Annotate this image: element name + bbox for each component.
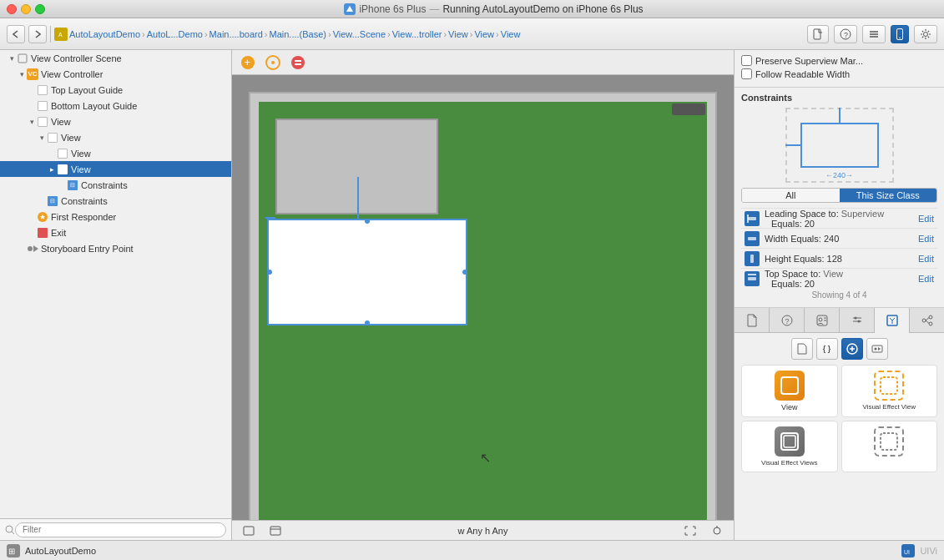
expand-arrow-vc[interactable]: [17, 70, 27, 78]
scene-icon: [17, 53, 28, 64]
vc-icon: VC: [27, 68, 38, 80]
canvas-zoom-fit[interactable]: [680, 524, 700, 537]
breadcrumb-4[interactable]: View...Scene: [333, 29, 386, 39]
filter-search-icon: [5, 525, 15, 535]
tree-item-view1[interactable]: View: [0, 114, 231, 129]
tree-item-constraints2[interactable]: ⊟ Constraints: [0, 193, 231, 209]
tree-item-top-layout[interactable]: Top Layout Guide: [0, 82, 231, 98]
all-toggle-button[interactable]: All: [742, 189, 840, 202]
inspector-tabs: ?: [735, 308, 944, 333]
leading-space-edit[interactable]: Edit: [918, 214, 934, 224]
expand-arrow-view1[interactable]: [27, 118, 37, 126]
tab-size[interactable]: [875, 308, 910, 333]
tree-item-view4[interactable]: View: [0, 161, 231, 177]
layout-button[interactable]: [264, 53, 282, 72]
expand-arrow-view2[interactable]: [37, 134, 47, 142]
expand-arrow-view4[interactable]: [47, 165, 57, 174]
close-button[interactable]: [7, 4, 17, 14]
settings-button[interactable]: [914, 25, 937, 43]
add-constraint-button[interactable]: +: [239, 53, 257, 72]
tab-connections[interactable]: [910, 308, 944, 333]
forward-button[interactable]: [28, 25, 47, 43]
obj-item-visual-effect[interactable]: Visual Effect View: [841, 365, 938, 417]
canvas-content[interactable]: ↖: [232, 75, 734, 520]
tree-label-vc: View Controller: [41, 69, 103, 79]
tree-item-constraints1[interactable]: ⊟ Constraints: [0, 177, 231, 193]
constraint-count: Showing 4 of 4: [741, 288, 937, 302]
obj-item-visual-effect-views[interactable]: Visual Effect Views: [741, 421, 838, 472]
svg-text:A: A: [58, 32, 63, 38]
divider: [50, 26, 51, 43]
breadcrumb-3[interactable]: Main....(Base): [269, 29, 326, 39]
constraint-handle-right: [462, 270, 467, 275]
tree-item-exit[interactable]: Exit: [0, 225, 231, 240]
tree-item-first-responder[interactable]: First Responder: [0, 209, 231, 225]
tree-item-bottom-layout[interactable]: Bottom Layout Guide: [0, 98, 231, 114]
maximize-button[interactable]: [35, 4, 45, 14]
expand-arrow-vc-scene[interactable]: [7, 54, 17, 63]
tab-file[interactable]: [735, 308, 770, 333]
new-file-button[interactable]: [807, 25, 829, 43]
view-icon-top: [37, 84, 48, 96]
alignment-button[interactable]: [289, 53, 307, 72]
obj-item-view[interactable]: View: [741, 365, 838, 417]
iphone-screen[interactable]: ↖: [259, 102, 707, 520]
minimize-button[interactable]: [21, 4, 31, 14]
ios-device-button[interactable]: [891, 25, 909, 43]
breadcrumb-7[interactable]: View: [474, 29, 494, 39]
canvas-page-button[interactable]: [265, 524, 285, 537]
svg-point-32: [819, 318, 822, 321]
breadcrumb-0[interactable]: AutoLayoutDemo: [69, 29, 140, 39]
tree-item-view2[interactable]: View: [0, 129, 231, 145]
canvas-pin-button[interactable]: [707, 524, 727, 537]
obj-icon-view: [775, 371, 805, 401]
inspect-button[interactable]: [862, 25, 886, 43]
top-space-text: Top Space to: View Equals: 20: [765, 269, 918, 289]
tree-item-vc[interactable]: VC View Controller: [0, 66, 231, 82]
svg-rect-2: [814, 29, 820, 39]
top-space-edit[interactable]: Edit: [918, 274, 934, 284]
svg-point-42: [929, 315, 932, 319]
obj-tab-code[interactable]: { }: [816, 338, 838, 360]
back-button[interactable]: [7, 25, 25, 43]
cursor-indicator: ↖: [480, 450, 491, 466]
canvas-frame-button[interactable]: [239, 524, 259, 537]
tab-identity[interactable]: [805, 308, 840, 333]
tree-item-view3[interactable]: View: [0, 145, 231, 161]
breadcrumb-6[interactable]: View: [448, 29, 468, 39]
breadcrumb-5[interactable]: View...troller: [392, 29, 442, 39]
app-icon: ⊞: [7, 544, 20, 557]
svg-text:?: ?: [785, 317, 789, 325]
obj-icon-visual-effect-views: [775, 426, 805, 457]
tab-attributes[interactable]: [840, 308, 875, 333]
breadcrumb-1[interactable]: AutoL...Demo: [147, 29, 203, 39]
titlebar: iPhone 6s Plus — Running AutoLayoutDemo …: [0, 0, 944, 18]
tree-label-constraints1: Constraints: [81, 180, 128, 190]
help-button[interactable]: ?: [834, 25, 857, 43]
obj-tab-media[interactable]: [866, 338, 888, 360]
preserve-superview-checkbox[interactable]: [741, 55, 752, 66]
this-size-toggle-button[interactable]: This Size Class: [840, 189, 937, 202]
breadcrumb-8[interactable]: View: [501, 29, 521, 39]
obj-item-gray[interactable]: [841, 421, 938, 472]
tree-item-entry-point[interactable]: Storyboard Entry Point: [0, 240, 231, 256]
height-edit[interactable]: Edit: [918, 254, 934, 264]
svg-rect-26: [750, 255, 754, 263]
device-label: iPhone 6s Plus: [359, 3, 426, 15]
canvas-bottom-bar: w Any h Any: [232, 520, 734, 540]
obj-tab-file[interactable]: [791, 338, 813, 360]
svg-text:⊞: ⊞: [8, 547, 15, 556]
svg-rect-8: [18, 54, 27, 63]
toolbar: A AutoLayoutDemo › AutoL...Demo › Main..…: [0, 18, 944, 50]
follow-readable-checkbox[interactable]: [741, 68, 752, 79]
tree-item-vc-scene[interactable]: View Controller Scene: [0, 50, 231, 66]
width-edit[interactable]: Edit: [918, 234, 934, 244]
white-view[interactable]: [267, 219, 467, 325]
obj-tab-objects[interactable]: [841, 338, 863, 360]
height-equals-row: Height Equals: 128 Edit: [741, 248, 937, 268]
filter-input[interactable]: [15, 522, 226, 537]
constraint-line-vertical: [357, 177, 359, 219]
breadcrumb-2[interactable]: Main....board: [209, 29, 263, 39]
tab-quickhelp[interactable]: ?: [770, 308, 805, 333]
window-title: Running AutoLayoutDemo on iPhone 6s Plus: [442, 3, 643, 15]
